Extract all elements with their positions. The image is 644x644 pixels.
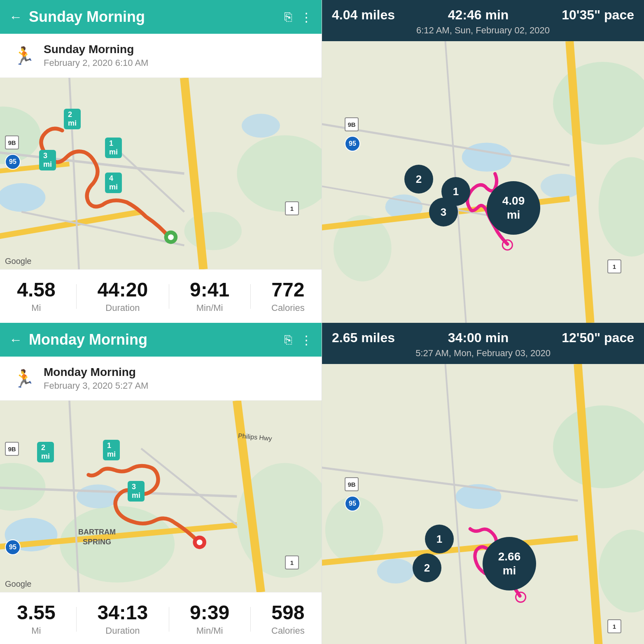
monday-datetime: 5:27 AM, Mon, February 03, 2020	[332, 348, 634, 359]
svg-point-5	[242, 114, 280, 138]
monday-share-button[interactable]: ⎘	[285, 333, 292, 347]
monday-title: Monday Morning	[29, 331, 276, 348]
sunday-duration: 42:46 min	[448, 7, 509, 23]
monday-duration-label: Duration	[105, 625, 140, 636]
monday-duration-value: 34:13	[97, 602, 148, 624]
distance-label: Mi	[31, 303, 41, 313]
mile-marker-2: 2mi	[64, 109, 81, 129]
monday-pace-label: Min/Mi	[196, 625, 223, 636]
monday-miles: 2.65 miles	[332, 330, 395, 345]
monday-distance-label: Mi	[31, 625, 41, 636]
monday-header: ← Monday Morning ⎘ ⋮	[0, 323, 322, 357]
sunday-header: ← Sunday Morning ⎘ ⋮	[0, 0, 322, 34]
sunday-map-detail: 4.04 miles 42:46 min 10'35" pace 6:12 AM…	[322, 0, 644, 323]
monday-calories-stat: 598 Calories	[271, 602, 305, 636]
marker-2: 2	[404, 165, 433, 194]
calories-label: Calories	[271, 303, 305, 313]
mile-marker-4: 4mi	[105, 173, 122, 193]
more-button[interactable]: ⋮	[300, 10, 313, 24]
svg-point-40	[197, 539, 203, 545]
monday-us1-right-badge: 1	[607, 619, 621, 633]
svg-point-14	[168, 234, 174, 240]
monday-run-icon: 🏃	[12, 366, 36, 391]
pace-label: Min/Mi	[196, 303, 223, 313]
bartram-spring-label: BARTRAMSPRING	[78, 527, 116, 547]
mile-marker-3: 3mi	[39, 150, 56, 170]
svg-point-46	[377, 559, 414, 583]
monday-map-detail: 2.65 miles 34:00 min 12'50" pace 5:27 AM…	[322, 323, 644, 644]
monday-distance-text: 2.66	[498, 550, 521, 564]
monday-distance-stat: 3.55 Mi	[17, 602, 55, 636]
sunday-morning-card: ← Sunday Morning ⎘ ⋮ 🏃 Sunday Morning Fe…	[0, 0, 322, 323]
i95-badge: 95	[5, 154, 21, 170]
monday-pace: 12'50" pace	[562, 330, 634, 345]
duration-label: Duration	[105, 303, 140, 313]
svg-point-3	[184, 212, 242, 250]
9b-right-badge: 9B	[345, 117, 359, 131]
monday-run-date: February 3, 2020 5:27 AM	[44, 380, 148, 391]
9b-badge: 9B	[5, 135, 19, 149]
run-details: Sunday Morning February 2, 2020 6:10 AM	[44, 43, 148, 68]
run-icon: 🏃	[12, 43, 36, 68]
monday-duration-stat: 34:13 Duration	[97, 602, 148, 636]
monday-mile-marker-3: 3mi	[128, 481, 145, 502]
monday-right-header: 2.65 miles 34:00 min 12'50" pace 5:27 AM…	[322, 323, 644, 364]
sunday-title: Sunday Morning	[29, 8, 276, 26]
monday-pace-stat: 9:39 Min/Mi	[190, 602, 229, 636]
run-title: Sunday Morning	[44, 43, 148, 56]
sunday-metrics: 4.04 miles 42:46 min 10'35" pace	[332, 7, 634, 23]
marker-distance: 4.09 mi	[487, 181, 540, 235]
monday-pace-value: 9:39	[190, 602, 229, 624]
calories-stat: 772 Calories	[271, 279, 305, 313]
monday-divider-1	[76, 607, 77, 632]
sunday-detail-map[interactable]: 2 1 3 4.09 mi 95 9B 1	[322, 41, 644, 323]
duration-value: 44:20	[97, 279, 148, 301]
monday-more-button[interactable]: ⋮	[300, 333, 313, 347]
sunday-stats: 4.58 Mi 44:20 Duration 9:41 Min/Mi 772 C…	[0, 269, 322, 323]
svg-point-19	[462, 142, 512, 171]
monday-9b-badge: 9B	[5, 442, 19, 456]
monday-marker-1: 1	[425, 525, 454, 553]
monday-distance-value: 3.55	[17, 602, 55, 624]
sunday-right-header: 4.04 miles 42:46 min 10'35" pace 6:12 AM…	[322, 0, 644, 41]
monday-stats: 3.55 Mi 34:13 Duration 9:39 Min/Mi 598 C…	[0, 592, 322, 644]
i95-right-badge: 95	[345, 136, 360, 152]
monday-divider-2	[169, 607, 169, 632]
us1-right-badge: 1	[607, 259, 621, 273]
distance-stat: 4.58 Mi	[17, 279, 55, 313]
mile-marker-1: 1mi	[105, 138, 122, 158]
calories-value: 772	[271, 279, 304, 301]
distance-text: 4.09	[502, 194, 525, 208]
sunday-map[interactable]: 2mi 3mi 1mi 4mi 95 9B 1 Google	[0, 78, 322, 269]
monday-duration: 34:00 min	[448, 330, 509, 345]
distance-unit: mi	[507, 208, 520, 222]
monday-divider-3	[250, 607, 251, 632]
divider-3	[250, 284, 251, 309]
monday-i95-badge: 95	[5, 539, 21, 555]
monday-i95-right-badge: 95	[345, 496, 360, 511]
monday-back-button[interactable]: ←	[9, 332, 22, 348]
monday-map[interactable]: 2mi 1mi 3mi 95 9B 1 BARTRAMSPRING Philip…	[0, 401, 322, 592]
monday-mile-marker-1: 1mi	[103, 440, 120, 460]
monday-morning-card: ← Monday Morning ⎘ ⋮ 🏃 Monday Morning Fe…	[0, 323, 322, 644]
monday-mile-marker-2: 2mi	[37, 442, 54, 462]
duration-stat: 44:20 Duration	[97, 279, 148, 313]
share-button[interactable]: ⎘	[285, 10, 292, 24]
divider-2	[169, 284, 169, 309]
run-date: February 2, 2020 6:10 AM	[44, 58, 148, 68]
us1-badge: 1	[285, 201, 299, 215]
distance-value: 4.58	[17, 279, 55, 301]
sunday-pace: 10'35" pace	[562, 7, 634, 23]
pace-stat: 9:41 Min/Mi	[190, 279, 229, 313]
monday-us1-badge: 1	[285, 555, 299, 569]
monday-marker-2: 2	[413, 553, 441, 582]
monday-calories-label: Calories	[271, 625, 305, 636]
divider-1	[76, 284, 77, 309]
monday-metrics: 2.65 miles 34:00 min 12'50" pace	[332, 330, 634, 345]
marker-3: 3	[429, 198, 458, 226]
monday-google-watermark: Google	[5, 579, 32, 589]
monday-run-title: Monday Morning	[44, 366, 148, 379]
monday-detail-map[interactable]: 1 2 2.66 mi 95 9B 1	[322, 364, 644, 644]
back-button[interactable]: ←	[9, 9, 22, 25]
monday-distance-unit: mi	[503, 564, 516, 578]
